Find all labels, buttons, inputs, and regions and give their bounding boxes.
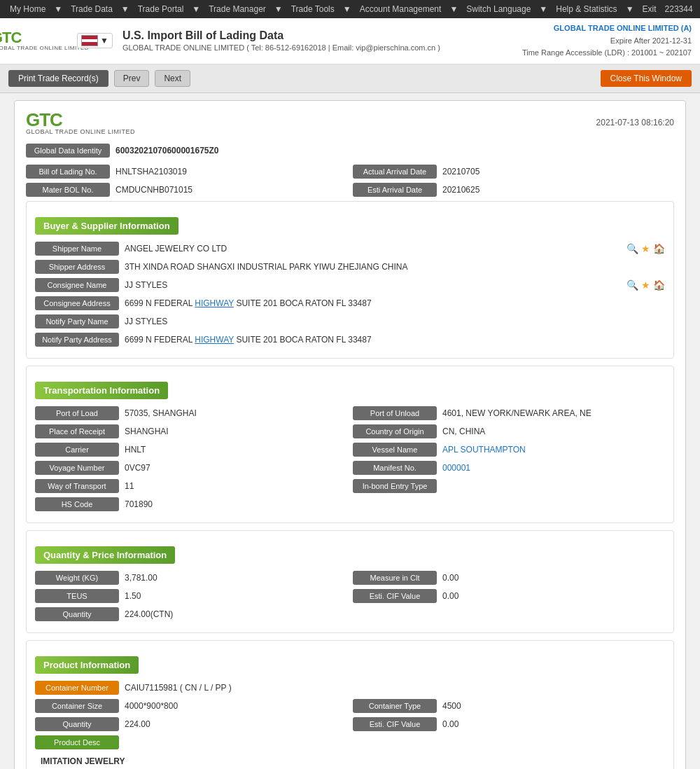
notify-party-name-label: Notify Party Name [35,314,119,328]
carrier-value: HNLT [125,445,347,455]
qty-value: 224.00(CTN) [125,609,665,619]
in-bond-label: In-bond Entry Type [353,479,437,493]
container-type-value: 4500 [442,701,665,711]
consignee-home-icon[interactable]: 🏠 [653,279,665,291]
actual-arrival-label: Actual Arrival Date [353,165,437,179]
notify-party-name-value: JJ STYLES [125,317,665,326]
page-title: U.S. Import Bill of Lading Data [122,29,522,42]
print-button-top[interactable]: Print Trade Record(s) [8,70,108,87]
container-type-label: Container Type [353,699,437,713]
nav-trade-tools[interactable]: Trade Tools [287,4,339,14]
port-unload-value: 4601, NEW YORK/NEWARK AREA, NE [442,408,665,418]
shipper-search-icon[interactable]: 🔍 [626,243,638,254]
consignee-name-label: Consignee Name [35,278,119,292]
esti-arrival-value: 20210625 [442,185,674,195]
next-button-top[interactable]: Next [155,70,190,87]
carrier-row: Carrier HNLT Vessel Name APL SOUTHAMPTON [35,443,665,457]
weight-value: 3,781.00 [125,573,347,583]
global-data-label: Global Data Identity [26,144,110,158]
shipper-address-value: 3TH XINDA ROAD SHANGXI INDUSTRIAL PARK Y… [125,262,665,272]
port-load-value: 57035, SHANGHAI [125,408,347,418]
country-origin-value: CN, CHINA [442,427,665,436]
top-navigation: My Home ▼ Trade Data ▼ Trade Portal ▼ Tr… [0,0,700,18]
nav-my-home[interactable]: My Home [6,4,50,14]
product-info-header: Product Information [35,656,139,674]
container-number-row: Container Number CAIU7115981 ( CN / L / … [35,681,665,695]
shipper-name-label: Shipper Name [35,242,119,256]
language-flag-button[interactable]: ▼ [77,33,113,48]
header-title-area: U.S. Import Bill of Lading Data GLOBAL T… [122,29,522,52]
vessel-name-label: Vessel Name [353,443,437,457]
container-size-row: Container Size 4000*900*800 Container Ty… [35,699,665,713]
container-size-value: 4000*900*800 [125,701,347,711]
nav-trade-data[interactable]: Trade Data [66,4,117,14]
product-desc-label: Product Desc [35,735,119,749]
record-datetime: 2021-07-13 08:16:20 [596,118,674,127]
nav-help-statistics[interactable]: Help & Statistics [552,4,621,14]
port-load-row: Port of Load 57035, SHANGHAI Port of Unl… [35,406,665,420]
consignee-search-icon[interactable]: 🔍 [626,279,638,291]
account-number: 223344 [661,4,697,14]
transportation-header: Transportation Information [35,382,168,399]
nav-account-management[interactable]: Account Management [356,4,446,14]
product-qty-row: Quantity 224.00 Esti. CIF Value 0.00 [35,717,665,731]
measure-label: Measure in Clt [353,571,437,585]
nav-switch-language[interactable]: Switch Language [462,4,535,14]
mater-bol-label: Mater BOL No. [26,183,110,197]
shipper-name-value: ANGEL JEWELRY CO LTD [125,244,621,254]
shipper-home-icon[interactable]: 🏠 [653,243,665,254]
header-subtitle: GLOBAL TRADE ONLINE LIMITED ( Tel: 86-51… [122,43,522,52]
consignee-address-value: 6699 N FEDERAL HIGHWAY SUITE 201 BOCA RA… [125,298,665,308]
consignee-star-icon[interactable]: ★ [641,279,650,291]
global-data-row: Global Data Identity 6003202107060000167… [26,144,674,158]
shipper-address-row: Shipper Address 3TH XINDA ROAD SHANGXI I… [35,260,665,274]
qp-esti-cif-value: 0.00 [442,591,665,601]
time-range-info: Time Range Accessible (LDR) : 201001 ~ 2… [522,47,692,60]
card-logo: GTC GLOBAL TRADE ONLINE LIMITED [26,111,135,135]
measure-value: 0.00 [442,573,665,583]
us-flag-icon [81,35,98,46]
page-header: GTC GLOBAL TRADE ONLINE LIMITED ▼ U.S. I… [0,18,700,64]
quantity-price-header: Quantity & Price Information [35,546,175,564]
place-receipt-row: Place of Receipt SHANGHAI Country of Ori… [35,424,665,438]
shipper-name-row: Shipper Name ANGEL JEWELRY CO LTD 🔍 ★ 🏠 [35,242,665,256]
product-esti-cif-value: 0.00 [442,719,665,729]
weight-label: Weight (KG) [35,571,119,585]
nav-trade-manager[interactable]: Trade Manager [204,4,270,14]
buyer-supplier-header: Buyer & Supplier Information [35,217,178,235]
vessel-name-value: APL SOUTHAMPTON [442,445,665,455]
notify-party-address-value: 6699 N FEDERAL HIGHWAY SUITE 201 BOCA RA… [125,335,665,345]
global-data-value: 60032021070600001675Z0 [115,146,218,155]
place-receipt-value: SHANGHAI [125,427,347,436]
hs-code-value: 701890 [125,499,665,509]
port-load-label: Port of Load [35,406,119,420]
shipper-star-icon[interactable]: ★ [641,243,650,254]
notify-party-name-row: Notify Party Name JJ STYLES [35,314,665,328]
bill-of-lading-label: Bill of Lading No. [26,165,110,179]
card-header: GTC GLOBAL TRADE ONLINE LIMITED 2021-07-… [26,111,674,135]
nav-exit[interactable]: Exit [638,4,661,14]
notify-highway-link[interactable]: HIGHWAY [195,335,234,345]
close-window-button-top[interactable]: Close This Window [601,70,692,87]
gtc-letters: GTC [0,30,21,46]
notify-party-address-row: Notify Party Address 6699 N FEDERAL HIGH… [35,333,665,347]
voyage-number-value: 0VC97 [125,463,347,473]
hs-code-label: HS Code [35,497,119,511]
actual-arrival-value: 20210705 [442,167,674,176]
notify-party-address-label: Notify Party Address [35,333,119,347]
mater-bol-row: Mater BOL No. CMDUCNHB071015 Esti Arriva… [26,183,674,197]
carrier-label: Carrier [35,443,119,457]
nav-trade-portal[interactable]: Trade Portal [134,4,188,14]
transportation-section: Transportation Information Port of Load … [26,366,674,523]
container-number-label: Container Number [35,681,119,695]
expire-info: Expire After 2021-12-31 [522,35,692,48]
consignee-highway-link[interactable]: HIGHWAY [195,298,234,308]
esti-arrival-label: Esti Arrival Date [353,183,437,197]
buyer-supplier-section: Buyer & Supplier Information Shipper Nam… [26,201,674,359]
bill-of-lading-value: HNLTSHA2103019 [115,167,347,176]
product-esti-cif-label: Esti. CIF Value [353,717,437,731]
country-origin-label: Country of Origin [353,424,437,438]
teus-value: 1.50 [125,591,347,601]
header-account-info: GLOBAL TRADE ONLINE LIMITED (A) Expire A… [522,22,692,60]
prev-button-top[interactable]: Prev [114,70,150,87]
